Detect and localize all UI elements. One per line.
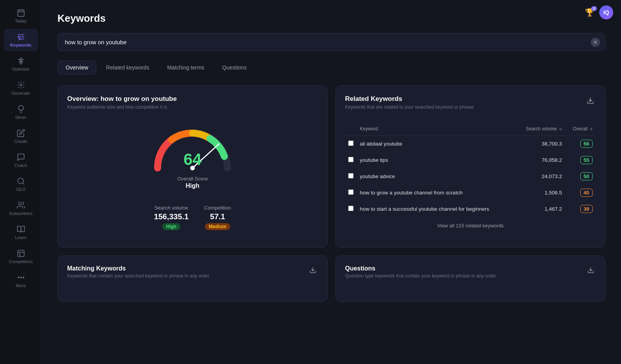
keyword-volume-1: 76,058.2: [515, 152, 565, 168]
questions-card: Questions Question type keywords that co…: [335, 255, 605, 302]
cards-grid: Overview: how to grow on youtube Keyword…: [57, 85, 605, 302]
th-keyword: Keyword: [357, 124, 515, 136]
table-row: how to grow a youtube channel from scrat…: [345, 185, 596, 201]
overview-card: Overview: how to grow on youtube Keyword…: [57, 85, 328, 248]
keyword-checkbox-0[interactable]: [348, 140, 354, 146]
keyword-checkbox-2[interactable]: [348, 173, 354, 179]
sidebar-item-subscribers[interactable]: Subscribers: [4, 197, 38, 220]
svg-point-16: [23, 277, 24, 278]
keyword-volume-2: 24,073.2: [515, 168, 565, 185]
svg-point-15: [20, 277, 21, 278]
main-content: Keywords ✕ Overview Related keywords Mat…: [42, 0, 621, 364]
svg-point-10: [20, 84, 22, 86]
table-row: ali abdaal youtube 38,700.3 56: [345, 136, 596, 152]
competition-value: 57.1: [204, 212, 231, 221]
sidebar-item-more[interactable]: More: [4, 269, 38, 292]
sidebar-item-learn[interactable]: Learn: [4, 221, 38, 244]
keyword-volume-4: 1,467.2: [515, 201, 565, 217]
th-overall: Overall ⇅: [565, 124, 596, 136]
stats-row: Search volume 156,335.1 High Competition…: [154, 205, 231, 230]
search-volume-badge: High: [162, 223, 180, 230]
tabs: Overview Related keywords Matching terms…: [57, 61, 605, 75]
svg-rect-0: [17, 10, 24, 16]
sidebar-item-coach[interactable]: Coach: [4, 149, 38, 172]
related-keywords-subtitle: Keywords that are related to your search…: [345, 104, 474, 110]
tab-questions[interactable]: Questions: [214, 61, 255, 75]
keyword-term-2: youtube advice: [357, 168, 515, 185]
matching-keywords-subtitle: Keywords that contain your searched keyw…: [67, 273, 209, 279]
view-all-link[interactable]: View all 115 related keywords: [345, 223, 596, 229]
download-icon-matching: [309, 267, 316, 274]
keyword-score-4: 39: [580, 205, 593, 213]
gauge-container: 64 Overall Score High Search volume 156,…: [67, 118, 318, 238]
overview-card-subtitle: Keyword audience size and how competitiv…: [67, 104, 318, 110]
tab-overview[interactable]: Overview: [57, 61, 96, 75]
gauge-score: 64: [184, 150, 202, 169]
score-label-main: Overall Score: [177, 176, 208, 182]
keyword-volume-3: 1,506.5: [515, 185, 565, 201]
search-clear-button[interactable]: ✕: [591, 38, 600, 47]
sidebar-item-create[interactable]: Create: [4, 125, 38, 147]
sort-icon-overall: ⇅: [590, 127, 593, 131]
score-label: Overall Score High: [177, 176, 208, 189]
competition-stat: Competition 57.1 Medium: [204, 205, 231, 230]
matching-download-button[interactable]: [308, 265, 318, 277]
avatar[interactable]: IQ: [599, 5, 613, 19]
keyword-term-1: youtube tips: [357, 152, 515, 168]
search-volume-value: 156,335.1: [154, 212, 189, 221]
questions-title: Questions: [345, 265, 496, 272]
keyword-checkbox-1[interactable]: [348, 157, 354, 162]
keyword-score-2: 50: [580, 172, 593, 180]
sidebar-item-keywords[interactable]: Keywords: [4, 29, 38, 51]
sidebar-item-generate[interactable]: Generate: [4, 77, 38, 99]
table-row: youtube advice 24,073.2 50: [345, 168, 596, 185]
trophy-button[interactable]: 🏆 2: [585, 8, 595, 17]
download-icon-questions: [587, 267, 594, 274]
keyword-score-3: 40: [580, 189, 593, 197]
keyword-volume-0: 38,700.3: [515, 136, 565, 152]
search-input[interactable]: [57, 33, 605, 51]
svg-point-7: [18, 36, 19, 38]
table-row: youtube tips 76,058.2 55: [345, 152, 596, 168]
related-keywords-card: Related Keywords Keywords that are relat…: [335, 85, 605, 248]
search-volume-label: Search volume: [154, 205, 189, 211]
search-volume-stat: Search volume 156,335.1 High: [154, 205, 189, 230]
matching-keywords-title: Matching Keywords: [67, 265, 209, 272]
sidebar-item-competitors[interactable]: Competitors: [4, 245, 38, 268]
svg-point-11: [17, 178, 23, 184]
keyword-checkbox-3[interactable]: [348, 189, 354, 195]
sidebar: Today Keywords Optimize Generate Ideas C…: [0, 0, 42, 364]
related-keywords-title: Related Keywords: [345, 95, 474, 103]
sort-icon-volume: ⇅: [559, 127, 562, 131]
related-header: Related Keywords Keywords that are relat…: [345, 95, 596, 118]
sidebar-item-today[interactable]: Today: [4, 5, 38, 27]
related-header-text: Related Keywords Keywords that are relat…: [345, 95, 474, 118]
page-title: Keywords: [57, 12, 605, 24]
th-checkbox: [345, 124, 357, 136]
th-search-volume: Search volume ⇅: [515, 124, 565, 136]
gauge-wrap: 64: [150, 121, 235, 172]
sidebar-item-optimize[interactable]: Optimize: [4, 53, 38, 75]
keyword-term-0: ali abdaal youtube: [357, 136, 515, 152]
svg-point-9: [20, 62, 22, 64]
keyword-score-1: 55: [580, 156, 593, 164]
questions-download-button[interactable]: [586, 265, 596, 277]
related-download-button[interactable]: [585, 95, 596, 108]
svg-point-12: [18, 202, 21, 205]
tab-related-keywords[interactable]: Related keywords: [98, 61, 157, 75]
sidebar-item-seo[interactable]: SEO: [4, 173, 38, 196]
svg-rect-13: [17, 250, 24, 257]
svg-point-14: [18, 277, 19, 278]
competition-badge: Medium: [205, 223, 230, 230]
tab-matching-terms[interactable]: Matching terms: [159, 61, 213, 75]
competition-label: Competition: [204, 205, 231, 211]
keyword-term-4: how to start a successful youtube channe…: [357, 201, 515, 217]
svg-point-8: [19, 38, 20, 40]
keyword-table: Keyword Search volume ⇅ Overall ⇅: [345, 124, 596, 217]
keyword-term-3: how to grow a youtube channel from scrat…: [357, 185, 515, 201]
trophy-badge: 2: [591, 6, 597, 11]
keyword-checkbox-4[interactable]: [348, 206, 354, 211]
keyword-score-0: 56: [580, 140, 593, 148]
sidebar-item-ideas[interactable]: Ideas: [4, 101, 38, 123]
score-level: High: [177, 182, 208, 189]
